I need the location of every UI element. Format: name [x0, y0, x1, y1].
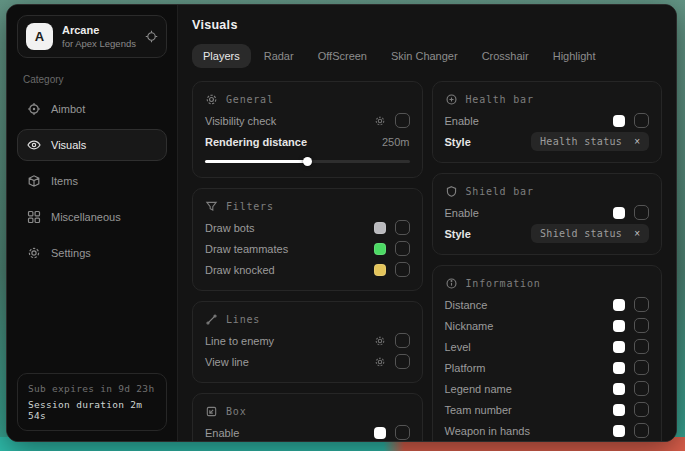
- legend-name-checkbox[interactable]: [634, 381, 649, 396]
- color-swatch[interactable]: [613, 404, 625, 416]
- brand-subtitle: for Apex Legends: [62, 38, 136, 49]
- sidebar-item-label: Settings: [51, 247, 91, 259]
- setting-label: Level: [445, 341, 471, 353]
- color-swatch[interactable]: [613, 341, 625, 353]
- clear-icon[interactable]: ×: [634, 228, 640, 239]
- right-column: Health bar Enable Style Health status: [432, 81, 663, 441]
- setting-row-level: Level: [445, 336, 650, 357]
- draw-bots-checkbox[interactable]: [395, 220, 410, 235]
- clear-icon[interactable]: ×: [634, 136, 640, 147]
- view-line-checkbox[interactable]: [395, 354, 410, 369]
- setting-label: Enable: [445, 115, 479, 127]
- color-swatch[interactable]: [613, 383, 625, 395]
- level-checkbox[interactable]: [634, 339, 649, 354]
- page-title: Visuals: [192, 18, 662, 32]
- shield-enable-checkbox[interactable]: [634, 205, 649, 220]
- color-swatch[interactable]: [613, 362, 625, 374]
- sidebar-item-label: Miscellaneous: [51, 211, 121, 223]
- panel-title: Shield bar: [466, 186, 534, 197]
- color-swatch[interactable]: [613, 425, 625, 437]
- nickname-checkbox[interactable]: [634, 318, 649, 333]
- slider-fill: [205, 160, 307, 163]
- app-window: A Arcane for Apex Legends Category Aimbo…: [6, 4, 677, 442]
- setting-row-distance: Distance: [445, 294, 650, 315]
- config-gear-icon[interactable]: [374, 356, 386, 368]
- draw-teammates-checkbox[interactable]: [395, 241, 410, 256]
- visibility-check-checkbox[interactable]: [395, 113, 410, 128]
- tab-offscreen[interactable]: OffScreen: [307, 44, 378, 68]
- brand-logo: A: [26, 23, 53, 50]
- panel-title: Box: [226, 406, 246, 417]
- color-swatch[interactable]: [374, 264, 386, 276]
- color-swatch[interactable]: [613, 115, 625, 127]
- health-enable-checkbox[interactable]: [634, 113, 649, 128]
- gear-icon: [27, 246, 41, 260]
- color-swatch[interactable]: [613, 299, 625, 311]
- setting-label: Draw bots: [205, 222, 255, 234]
- tab-players[interactable]: Players: [192, 44, 251, 68]
- panel-title: Health bar: [466, 94, 534, 105]
- target-icon[interactable]: [145, 30, 158, 43]
- color-swatch[interactable]: [374, 222, 386, 234]
- panel-shield-bar: Shield bar Enable Style Shield status: [432, 173, 663, 255]
- panel-general: General Visibility check: [192, 81, 423, 178]
- panel-filters: Filters Draw bots Draw teammates: [192, 188, 423, 291]
- sidebar-item-label: Visuals: [51, 139, 86, 151]
- tab-crosshair[interactable]: Crosshair: [471, 44, 540, 68]
- sidebar-item-label: Aimbot: [51, 103, 85, 115]
- sidebar-item-visuals[interactable]: Visuals: [17, 129, 167, 161]
- panel-health-bar: Health bar Enable Style Health status: [432, 81, 663, 163]
- setting-row-health-style: Style Health status ×: [445, 131, 650, 152]
- slider-thumb[interactable]: [303, 157, 312, 166]
- setting-row-shield-enable: Enable: [445, 202, 650, 223]
- panel-information: Information Distance Nickname: [432, 265, 663, 441]
- color-swatch[interactable]: [374, 427, 386, 439]
- selected-option-label: Shield status: [540, 228, 622, 239]
- setting-label: Visibility check: [205, 115, 276, 127]
- selected-option-label: Health status: [540, 136, 622, 147]
- category-label: Category: [23, 74, 161, 85]
- config-gear-icon[interactable]: [374, 115, 386, 127]
- weapon-in-hands-checkbox[interactable]: [634, 423, 649, 438]
- setting-label: Line to enemy: [205, 335, 274, 347]
- setting-label: Enable: [445, 207, 479, 219]
- main-content: Visuals Players Radar OffScreen Skin Cha…: [178, 5, 676, 441]
- line-to-enemy-checkbox[interactable]: [395, 333, 410, 348]
- rendering-distance-slider[interactable]: [205, 155, 410, 167]
- sidebar-item-items[interactable]: Items: [17, 165, 167, 197]
- setting-row-draw-teammates: Draw teammates: [205, 238, 410, 259]
- setting-label: Style: [445, 228, 471, 240]
- box-enable-checkbox[interactable]: [395, 425, 410, 440]
- team-number-checkbox[interactable]: [634, 402, 649, 417]
- distance-checkbox[interactable]: [634, 297, 649, 312]
- setting-row-box-enable: Enable: [205, 422, 410, 441]
- layout-grid-icon: [27, 210, 41, 224]
- shield-style-select[interactable]: Shield status ×: [531, 224, 649, 243]
- tab-highlight[interactable]: Highlight: [542, 44, 607, 68]
- tab-skin-changer[interactable]: Skin Changer: [380, 44, 469, 68]
- setting-label: Platform: [445, 362, 486, 374]
- crosshair-icon: [27, 102, 41, 116]
- panel-title: Information: [466, 278, 541, 289]
- color-swatch[interactable]: [613, 320, 625, 332]
- health-style-select[interactable]: Health status ×: [531, 132, 649, 151]
- package-icon: [27, 174, 41, 188]
- session-duration-text: Session duration 2m 54s: [28, 399, 156, 421]
- tab-radar[interactable]: Radar: [253, 44, 305, 68]
- color-swatch[interactable]: [613, 207, 625, 219]
- info-icon: [445, 277, 458, 290]
- sidebar-item-settings[interactable]: Settings: [17, 237, 167, 269]
- platform-checkbox[interactable]: [634, 360, 649, 375]
- setting-row-view-line: View line: [205, 351, 410, 372]
- setting-label: Enable: [205, 427, 239, 439]
- color-swatch[interactable]: [374, 243, 386, 255]
- draw-knocked-checkbox[interactable]: [395, 262, 410, 277]
- brand-text: Arcane for Apex Legends: [62, 24, 136, 49]
- setting-label: View line: [205, 356, 249, 368]
- panel-box: Box Enable Enable background: [192, 393, 423, 441]
- sidebar-item-aimbot[interactable]: Aimbot: [17, 93, 167, 125]
- setting-row-visibility-check: Visibility check: [205, 110, 410, 131]
- setting-row-draw-bots: Draw bots: [205, 217, 410, 238]
- sidebar-item-miscellaneous[interactable]: Miscellaneous: [17, 201, 167, 233]
- config-gear-icon[interactable]: [374, 335, 386, 347]
